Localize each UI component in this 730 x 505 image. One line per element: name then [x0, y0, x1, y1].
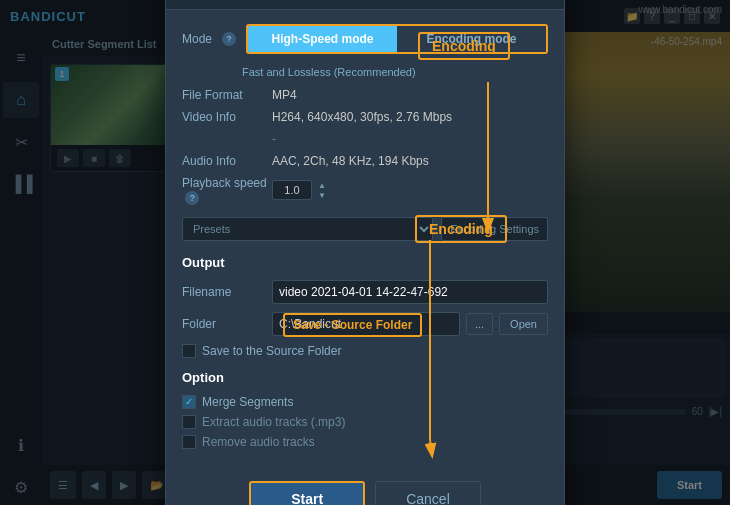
option-section-header: Option	[182, 370, 548, 385]
speed-up-btn[interactable]: ▲	[314, 180, 330, 190]
playback-speed-input[interactable]	[272, 180, 312, 200]
extract-audio-checkbox[interactable]	[182, 415, 196, 429]
playback-speed-row: Playback speed ? ▲ ▼	[182, 176, 548, 205]
cancel-modal-button[interactable]: Cancel	[375, 481, 481, 506]
audio-info-row: Audio Info AAC, 2Ch, 48 KHz, 194 Kbps	[182, 154, 548, 168]
modal-titlebar: BANDICUT ✕	[166, 0, 564, 10]
video-info-row: Video Info H264, 640x480, 30fps, 2.76 Mb…	[182, 110, 548, 124]
file-format-label: File Format	[182, 88, 272, 102]
folder-browse-btn[interactable]: ...	[466, 313, 493, 335]
filename-input[interactable]	[272, 280, 548, 304]
filename-label: Filename	[182, 285, 272, 299]
mode-row: Mode ? High-Speed mode Encoding mode	[182, 24, 548, 54]
remove-audio-checkbox[interactable]	[182, 435, 196, 449]
mode-label: Mode	[182, 32, 212, 46]
dash-row: -	[182, 132, 548, 146]
remove-audio-row: Remove audio tracks	[182, 435, 548, 449]
remove-audio-label: Remove audio tracks	[202, 435, 315, 449]
merge-segments-label: Merge Segments	[202, 395, 293, 409]
mode-buttons: High-Speed mode Encoding mode	[246, 24, 548, 54]
save-source-row: Save to the Source Folder	[182, 344, 548, 358]
merge-segments-checkbox[interactable]: ✓	[182, 395, 196, 409]
folder-label: Folder	[182, 317, 272, 331]
extract-audio-row: Extract audio tracks (.mp3)	[182, 415, 548, 429]
start-modal-button[interactable]: Start	[249, 481, 365, 506]
high-speed-mode-btn[interactable]: High-Speed mode	[248, 26, 397, 52]
playback-help-icon[interactable]: ?	[185, 191, 199, 205]
folder-input-group: ... Open	[272, 312, 548, 336]
encoding-mode-btn[interactable]: Encoding mode	[397, 26, 546, 52]
filename-row: Filename	[182, 280, 548, 304]
save-source-checkbox[interactable]	[182, 344, 196, 358]
speed-down-btn[interactable]: ▼	[314, 190, 330, 200]
save-source-label: Save to the Source Folder	[202, 344, 341, 358]
preset-row: Presets Encoding Settings	[182, 217, 548, 241]
modal-close-button[interactable]: ✕	[532, 0, 552, 1]
modal-overlay: BANDICUT ✕ Mode ? High-Speed mode Encodi…	[0, 0, 730, 505]
merge-segments-row: ✓ Merge Segments	[182, 395, 548, 409]
encoding-settings-btn[interactable]: Encoding Settings	[441, 217, 548, 241]
folder-row: Folder ... Open	[182, 312, 548, 336]
preset-select[interactable]: Presets	[182, 217, 433, 241]
modal-dialog: BANDICUT ✕ Mode ? High-Speed mode Encodi…	[165, 0, 565, 505]
fast-lossless-info: Fast and Lossless (Recommended)	[182, 66, 548, 78]
video-info-label: Video Info	[182, 110, 272, 124]
file-format-row: File Format MP4	[182, 88, 548, 102]
modal-footer: Start Cancel	[166, 469, 564, 506]
video-info-value: H264, 640x480, 30fps, 2.76 Mbps	[272, 110, 452, 124]
folder-path-input[interactable]	[272, 312, 460, 336]
merge-checkmark: ✓	[185, 396, 193, 407]
dash-value: -	[272, 132, 276, 146]
playback-speed-label: Playback speed ?	[182, 176, 272, 205]
file-format-value: MP4	[272, 88, 297, 102]
output-section-header: Output	[182, 255, 548, 270]
folder-open-btn-modal[interactable]: Open	[499, 313, 548, 335]
extract-audio-label: Extract audio tracks (.mp3)	[202, 415, 345, 429]
speed-arrows: ▲ ▼	[314, 180, 330, 200]
audio-info-value: AAC, 2Ch, 48 KHz, 194 Kbps	[272, 154, 429, 168]
modal-body: Mode ? High-Speed mode Encoding mode Fas…	[166, 10, 564, 469]
audio-info-label: Audio Info	[182, 154, 272, 168]
mode-help-icon[interactable]: ?	[222, 32, 236, 46]
